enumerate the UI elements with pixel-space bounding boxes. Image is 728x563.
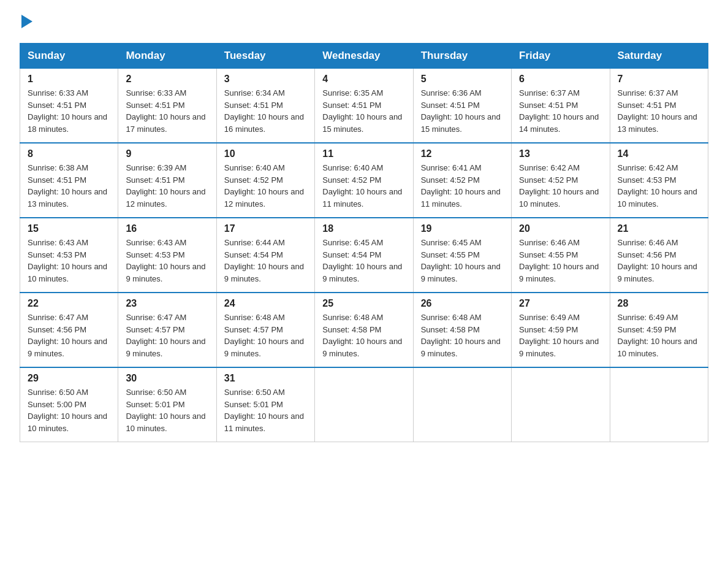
day-number: 20: [519, 223, 602, 234]
day-info: Sunrise: 6:40 AM Sunset: 4:52 PM Dayligh…: [322, 162, 405, 210]
week-row-3: 15 Sunrise: 6:43 AM Sunset: 4:53 PM Dayl…: [20, 218, 708, 293]
calendar-cell: 23 Sunrise: 6:47 AM Sunset: 4:57 PM Dayl…: [118, 293, 216, 367]
day-number: 29: [28, 373, 110, 384]
calendar-cell: 6 Sunrise: 6:37 AM Sunset: 4:51 PM Dayli…: [512, 69, 610, 144]
calendar-cell: 15 Sunrise: 6:43 AM Sunset: 4:53 PM Dayl…: [20, 218, 118, 293]
day-number: 31: [224, 373, 307, 384]
calendar-cell: [610, 367, 708, 442]
week-row-5: 29 Sunrise: 6:50 AM Sunset: 5:00 PM Dayl…: [20, 367, 708, 442]
day-number: 2: [126, 74, 208, 85]
day-info: Sunrise: 6:42 AM Sunset: 4:53 PM Dayligh…: [618, 162, 700, 210]
day-info: Sunrise: 6:40 AM Sunset: 4:52 PM Dayligh…: [224, 162, 307, 210]
day-info: Sunrise: 6:43 AM Sunset: 4:53 PM Dayligh…: [28, 237, 110, 285]
weekday-header-thursday: Thursday: [413, 44, 511, 69]
day-info: Sunrise: 6:46 AM Sunset: 4:56 PM Dayligh…: [618, 237, 700, 285]
day-number: 15: [28, 223, 110, 234]
day-number: 9: [126, 148, 208, 159]
calendar-cell: 4 Sunrise: 6:35 AM Sunset: 4:51 PM Dayli…: [315, 69, 413, 144]
calendar-cell: 18 Sunrise: 6:45 AM Sunset: 4:54 PM Dayl…: [315, 218, 413, 293]
day-info: Sunrise: 6:50 AM Sunset: 5:01 PM Dayligh…: [126, 386, 208, 434]
day-info: Sunrise: 6:41 AM Sunset: 4:52 PM Dayligh…: [421, 162, 504, 210]
logo-triangle-icon: [21, 15, 32, 28]
day-number: 10: [224, 148, 307, 159]
weekday-header-tuesday: Tuesday: [216, 44, 314, 69]
day-info: Sunrise: 6:50 AM Sunset: 5:00 PM Dayligh…: [28, 386, 110, 434]
calendar-cell: 27 Sunrise: 6:49 AM Sunset: 4:59 PM Dayl…: [512, 293, 610, 367]
day-info: Sunrise: 6:49 AM Sunset: 4:59 PM Dayligh…: [519, 312, 602, 359]
day-number: 19: [421, 223, 504, 234]
day-number: 3: [224, 74, 307, 85]
weekday-header-sunday: Sunday: [20, 44, 118, 69]
calendar-cell: 20 Sunrise: 6:46 AM Sunset: 4:55 PM Dayl…: [512, 218, 610, 293]
calendar-cell: 10 Sunrise: 6:40 AM Sunset: 4:52 PM Dayl…: [216, 143, 314, 218]
day-number: 14: [618, 148, 700, 159]
calendar-cell: 5 Sunrise: 6:36 AM Sunset: 4:51 PM Dayli…: [413, 69, 511, 144]
weekday-header-wednesday: Wednesday: [315, 44, 413, 69]
calendar-cell: 2 Sunrise: 6:33 AM Sunset: 4:51 PM Dayli…: [118, 69, 216, 144]
calendar-cell: 1 Sunrise: 6:33 AM Sunset: 4:51 PM Dayli…: [20, 69, 118, 144]
day-number: 25: [322, 298, 405, 309]
calendar-cell: 16 Sunrise: 6:43 AM Sunset: 4:53 PM Dayl…: [118, 218, 216, 293]
day-info: Sunrise: 6:35 AM Sunset: 4:51 PM Dayligh…: [322, 87, 405, 135]
day-number: 17: [224, 223, 307, 234]
day-info: Sunrise: 6:33 AM Sunset: 4:51 PM Dayligh…: [126, 87, 208, 135]
calendar-cell: 26 Sunrise: 6:48 AM Sunset: 4:58 PM Dayl…: [413, 293, 511, 367]
day-info: Sunrise: 6:37 AM Sunset: 4:51 PM Dayligh…: [519, 87, 602, 135]
calendar-cell: 12 Sunrise: 6:41 AM Sunset: 4:52 PM Dayl…: [413, 143, 511, 218]
calendar-cell: 19 Sunrise: 6:45 AM Sunset: 4:55 PM Dayl…: [413, 218, 511, 293]
day-number: 11: [322, 148, 405, 159]
calendar-cell: 7 Sunrise: 6:37 AM Sunset: 4:51 PM Dayli…: [610, 69, 708, 144]
weekday-header-monday: Monday: [118, 44, 216, 69]
calendar-cell: 28 Sunrise: 6:49 AM Sunset: 4:59 PM Dayl…: [610, 293, 708, 367]
day-number: 4: [322, 74, 405, 85]
day-info: Sunrise: 6:36 AM Sunset: 4:51 PM Dayligh…: [421, 87, 504, 135]
day-number: 18: [322, 223, 405, 234]
page-header: [20, 15, 708, 31]
day-number: 7: [618, 74, 700, 85]
day-number: 5: [421, 74, 504, 85]
day-number: 23: [126, 298, 208, 309]
day-info: Sunrise: 6:47 AM Sunset: 4:57 PM Dayligh…: [126, 312, 208, 359]
calendar-cell: 31 Sunrise: 6:50 AM Sunset: 5:01 PM Dayl…: [216, 367, 314, 442]
day-info: Sunrise: 6:37 AM Sunset: 4:51 PM Dayligh…: [618, 87, 700, 135]
calendar-cell: 29 Sunrise: 6:50 AM Sunset: 5:00 PM Dayl…: [20, 367, 118, 442]
day-info: Sunrise: 6:45 AM Sunset: 4:55 PM Dayligh…: [421, 237, 504, 285]
day-info: Sunrise: 6:39 AM Sunset: 4:51 PM Dayligh…: [126, 162, 208, 210]
calendar-cell: 21 Sunrise: 6:46 AM Sunset: 4:56 PM Dayl…: [610, 218, 708, 293]
calendar-cell: 11 Sunrise: 6:40 AM Sunset: 4:52 PM Dayl…: [315, 143, 413, 218]
day-info: Sunrise: 6:49 AM Sunset: 4:59 PM Dayligh…: [618, 312, 700, 359]
day-info: Sunrise: 6:48 AM Sunset: 4:58 PM Dayligh…: [421, 312, 504, 359]
day-number: 1: [28, 74, 110, 85]
calendar-table: SundayMondayTuesdayWednesdayThursdayFrid…: [20, 43, 708, 442]
week-row-2: 8 Sunrise: 6:38 AM Sunset: 4:51 PM Dayli…: [20, 143, 708, 218]
day-number: 27: [519, 298, 602, 309]
calendar-cell: 14 Sunrise: 6:42 AM Sunset: 4:53 PM Dayl…: [610, 143, 708, 218]
day-info: Sunrise: 6:43 AM Sunset: 4:53 PM Dayligh…: [126, 237, 208, 285]
day-number: 22: [28, 298, 110, 309]
day-number: 26: [421, 298, 504, 309]
day-info: Sunrise: 6:48 AM Sunset: 4:57 PM Dayligh…: [224, 312, 307, 359]
day-info: Sunrise: 6:34 AM Sunset: 4:51 PM Dayligh…: [224, 87, 307, 135]
day-info: Sunrise: 6:33 AM Sunset: 4:51 PM Dayligh…: [28, 87, 110, 135]
day-info: Sunrise: 6:42 AM Sunset: 4:52 PM Dayligh…: [519, 162, 602, 210]
week-row-4: 22 Sunrise: 6:47 AM Sunset: 4:56 PM Dayl…: [20, 293, 708, 367]
day-info: Sunrise: 6:48 AM Sunset: 4:58 PM Dayligh…: [322, 312, 405, 359]
calendar-cell: 25 Sunrise: 6:48 AM Sunset: 4:58 PM Dayl…: [315, 293, 413, 367]
day-number: 24: [224, 298, 307, 309]
day-number: 12: [421, 148, 504, 159]
day-number: 28: [618, 298, 700, 309]
day-info: Sunrise: 6:47 AM Sunset: 4:56 PM Dayligh…: [28, 312, 110, 359]
calendar-cell: 9 Sunrise: 6:39 AM Sunset: 4:51 PM Dayli…: [118, 143, 216, 218]
logo: [20, 15, 32, 31]
weekday-header-row: SundayMondayTuesdayWednesdayThursdayFrid…: [20, 44, 708, 69]
weekday-header-friday: Friday: [512, 44, 610, 69]
calendar-cell: 8 Sunrise: 6:38 AM Sunset: 4:51 PM Dayli…: [20, 143, 118, 218]
day-info: Sunrise: 6:50 AM Sunset: 5:01 PM Dayligh…: [224, 386, 307, 434]
calendar-cell: [512, 367, 610, 442]
day-number: 16: [126, 223, 208, 234]
calendar-cell: 22 Sunrise: 6:47 AM Sunset: 4:56 PM Dayl…: [20, 293, 118, 367]
calendar-cell: 13 Sunrise: 6:42 AM Sunset: 4:52 PM Dayl…: [512, 143, 610, 218]
calendar-cell: 24 Sunrise: 6:48 AM Sunset: 4:57 PM Dayl…: [216, 293, 314, 367]
day-number: 30: [126, 373, 208, 384]
calendar-cell: [413, 367, 511, 442]
